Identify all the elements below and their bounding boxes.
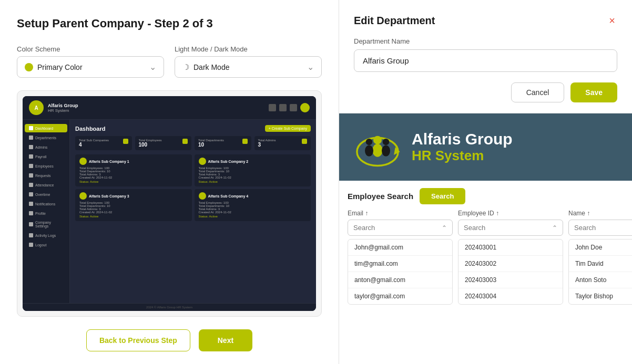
modal-section: Edit Department × Department Name Cancel… [339, 0, 632, 113]
svg-point-4 [366, 139, 372, 145]
company-card-2: Alfaris Sub Company 2 Total Employees: 1… [195, 154, 311, 186]
company-card-4: Alfaris Sub Company 4 Total Employees: 1… [195, 189, 311, 221]
stats-row: Total Sub Companies 4 Total Employees 10… [75, 136, 311, 150]
sidebar-item-activity-logs[interactable]: Activity Logs [25, 231, 67, 240]
sidebar-item-payroll[interactable]: Payroll [25, 152, 67, 161]
list-item[interactable]: Anton Soto [569, 272, 632, 288]
company-settings-icon [29, 222, 33, 226]
chevron-down-icon: ⌄ [149, 62, 156, 72]
employee-id-search-col: Employee ID ↑ ⌃ 202403001 202403002 2024… [458, 210, 563, 364]
sidebar-item-dashboard[interactable]: Dashboard [25, 124, 67, 132]
dept-name-input[interactable] [354, 49, 617, 72]
employee-search-button[interactable]: Search [420, 188, 465, 204]
modal-actions: Cancel Save [354, 82, 617, 102]
employee-id-search-input[interactable] [464, 224, 552, 232]
left-panel: Setup Parent Company - Step 2 of 3 Color… [0, 0, 339, 364]
hr-company-name: Alfaris Group [412, 130, 513, 148]
color-scheme-row: Color Scheme Primary Color ⌄ Light Mode … [17, 45, 322, 78]
right-panel: Edit Department × Department Name Cancel… [339, 0, 632, 364]
stat-icon-1 [123, 139, 128, 144]
logout-icon [29, 243, 33, 247]
list-item[interactable]: John Doe [569, 240, 632, 256]
list-item[interactable]: 202403002 [458, 256, 563, 272]
list-item[interactable]: anton@gmail.com [348, 272, 452, 288]
chevron-up-icon: ⌃ [442, 224, 447, 232]
company-card-3: Alfaris Sub Company 3 Total Employees: 1… [75, 189, 192, 221]
name-search-col: Name ↑ ⌃ John Doe Tim David Anton Soto T… [568, 210, 632, 364]
sidebar-item-employees[interactable]: Employees [25, 162, 67, 170]
name-search-input[interactable] [574, 224, 632, 232]
sidebar-item-notifications[interactable]: Notifications [25, 200, 67, 208]
main-title: Dashboard [75, 126, 105, 132]
sidebar-item-logout[interactable]: Logout [25, 241, 67, 249]
app-name: Alfaris Group [48, 103, 78, 108]
app-body: Dashboard Departments Admins Payroll [23, 120, 316, 303]
admins-icon [29, 145, 33, 149]
svg-point-6 [383, 139, 389, 145]
next-button[interactable]: Next [199, 329, 252, 351]
color-scheme-label: Color Scheme [17, 45, 164, 53]
modal-close-button[interactable]: × [607, 15, 617, 27]
employee-id-search-input-wrap[interactable]: ⌃ [458, 220, 563, 236]
preview-frame: A Alfaris Group HR System [17, 90, 322, 317]
sidebar-item-company-settings[interactable]: Company Settings [25, 219, 67, 230]
page-title: Setup Parent Company - Step 2 of 3 [17, 17, 322, 30]
app-header: A Alfaris Group HR System [23, 96, 316, 120]
list-item[interactable]: John@gmail.com [348, 240, 452, 256]
modal-title: Edit Department [354, 15, 435, 27]
email-search-input-wrap[interactable]: ⌃ [348, 220, 453, 236]
cancel-button[interactable]: Cancel [511, 82, 565, 102]
employee-id-dropdown-list: 202403001 202403002 202403003 202403004 [458, 239, 563, 305]
company-avatar-3 [79, 192, 87, 200]
list-item[interactable]: Tim David [569, 256, 632, 272]
light-dark-label: Light Mode / Dark Mode [175, 45, 322, 53]
sidebar-item-requests[interactable]: Requests [25, 171, 67, 180]
search-header-row: Employee Search Search [348, 188, 624, 204]
notifications-icon [29, 202, 33, 206]
company-avatar-2 [199, 158, 206, 165]
sidebar-item-departments[interactable]: Departments [25, 133, 67, 142]
sidebar-item-overtime[interactable]: Overtime [25, 190, 67, 199]
employee-search-title: Employee Search [348, 192, 413, 201]
save-button[interactable]: Save [570, 82, 617, 102]
stat-card-employees: Total Employees 100 [135, 136, 192, 150]
color-scheme-dropdown[interactable]: Primary Color ⌄ [17, 56, 164, 78]
search-columns-row: Email ↑ ⌃ John@gmail.com tim@gmail.com a… [348, 210, 624, 364]
hr-logo-wrap [354, 126, 401, 168]
list-item[interactable]: tim@gmail.com [348, 256, 452, 272]
list-item[interactable]: taylor@gmail.com [348, 288, 452, 304]
sidebar-item-admins[interactable]: Admins [25, 143, 67, 151]
email-search-input[interactable] [353, 224, 442, 232]
light-dark-dropdown[interactable]: ☽ Dark Mode ⌄ [175, 56, 322, 78]
sidebar-item-profile[interactable]: Profile [25, 209, 67, 217]
preview-footer: 2024 © Alfaris Group HR System [23, 303, 316, 311]
name-search-input-wrap[interactable]: ⌃ [568, 220, 632, 236]
list-item[interactable]: 202403003 [458, 272, 563, 288]
company-avatar-4 [199, 192, 206, 200]
user-avatar [300, 103, 310, 112]
list-item[interactable]: 202403001 [458, 240, 563, 256]
color-dot [25, 63, 33, 71]
back-button[interactable]: Back to Previous Step [86, 329, 190, 351]
sidebar-item-attendance[interactable]: Attendance [25, 181, 67, 189]
company-card-1: Alfaris Sub Company 1 Total Employees: 1… [75, 154, 192, 186]
hr-logo-svg [354, 126, 401, 168]
stat-icon-2 [182, 139, 188, 144]
svg-point-5 [365, 145, 373, 156]
hr-text-wrap: Alfaris Group HR System [412, 130, 513, 164]
modal-header: Edit Department × [354, 15, 617, 27]
stat-card-admins: Total Admins 3 [254, 136, 311, 150]
dashboard-icon [29, 126, 33, 130]
overtime-icon [29, 192, 33, 196]
list-item[interactable]: Taylor Bishop [569, 288, 632, 304]
app-main-header: Dashboard + Create Sub Company [75, 125, 311, 132]
stat-card-sub-companies: Total Sub Companies 4 [75, 136, 132, 150]
create-sub-company-btn[interactable]: + Create Sub Company [265, 125, 311, 132]
payroll-icon [29, 154, 33, 159]
list-item[interactable]: 202403004 [458, 288, 563, 304]
bell-icon [290, 104, 297, 111]
app-main: Dashboard + Create Sub Company Total Sub… [70, 120, 316, 303]
name-dropdown-list: John Doe Tim David Anton Soto Taylor Bis… [568, 239, 632, 305]
chevron-up-icon-2: ⌃ [552, 224, 557, 232]
stat-card-departments: Total Departments 10 [195, 136, 251, 150]
